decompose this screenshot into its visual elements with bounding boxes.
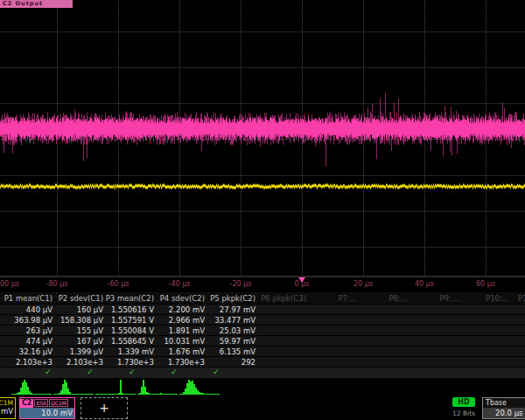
measurement-row: 32.16 µV1.399 µV1.339 mV1.676 mV6.135 mV xyxy=(0,346,525,356)
param-value: 1.676 mV xyxy=(156,347,205,356)
param-value: 2.103e+3 xyxy=(4,358,52,367)
param-value: 10.031 mV xyxy=(156,337,205,346)
time-axis: 00 µs-80 µs-60 µs-40 µs-20 µs0 µs20 µs40… xyxy=(0,276,525,293)
histicon xyxy=(137,378,178,395)
param-value: 155 µV xyxy=(54,326,103,335)
param-value: 1.557591 V xyxy=(105,316,154,325)
param-value: 32.16 µV xyxy=(4,347,52,356)
measurement-row: 363.98 µV158.308 µV1.557591 V2.966 mV33.… xyxy=(0,315,525,325)
measurement-header-row: P1 mean(C1)P2 sdev(C1)P3 mean(C2)P4 sdev… xyxy=(0,292,525,304)
c2-scale-value: 10.0 mV xyxy=(20,408,74,418)
param-value: 2.200 mV xyxy=(156,305,205,314)
channel-c2-descriptor[interactable]: C2 ESR DC1M 10.0 mV xyxy=(19,397,75,419)
param-header-inactive[interactable]: P6 pkpk(C3) xyxy=(257,294,306,304)
time-axis-label: -40 µs xyxy=(158,280,201,288)
param-value: 440 µV xyxy=(4,305,52,314)
param-value: 25.03 mV xyxy=(206,326,256,335)
c2-channel-badge: C2 xyxy=(20,399,33,408)
oscilloscope-screen: C2 Output 00 µs-80 µs-60 µs-40 µs-20 µs0… xyxy=(0,0,525,420)
param-value: 167 µV xyxy=(54,337,103,346)
histicon xyxy=(95,378,136,395)
histicon xyxy=(179,378,220,395)
param-value: 1.550084 V xyxy=(105,326,154,335)
param-value: 59.97 mV xyxy=(206,337,256,346)
status-check-icon: ✓ xyxy=(45,368,52,376)
param-header-inactive[interactable]: P10:... xyxy=(460,294,509,304)
hd-mode-badge[interactable]: HD xyxy=(452,397,475,407)
param-value: 27.97 mV xyxy=(206,305,256,314)
param-value: 158.308 µV xyxy=(54,316,103,325)
param-value: 1.550616 V xyxy=(105,305,154,314)
status-check-icon: ✓ xyxy=(213,368,220,376)
param-value: 363.98 µV xyxy=(4,316,52,325)
param-value: 1.891 mV xyxy=(156,326,205,335)
param-value: 1.730e+3 xyxy=(156,358,205,367)
measurement-row: 2.103e+32.103e+31.730e+31.730e+3292 xyxy=(0,357,525,367)
trigger-position-marker[interactable] xyxy=(298,277,305,283)
timebase-label: Tbase xyxy=(483,398,525,408)
histicon-row xyxy=(0,378,525,396)
time-axis-label: -80 µs xyxy=(35,280,79,288)
param-value: 263 µV xyxy=(4,326,52,335)
time-axis-label: 00 µs xyxy=(0,280,19,288)
c2-eres-tag: ESR xyxy=(34,399,48,407)
channel-c1-descriptor[interactable]: DC1M 0 mV xyxy=(0,397,16,419)
param-header-inactive[interactable]: P7:... xyxy=(308,294,357,304)
time-axis-label: 20 µs xyxy=(341,280,385,288)
trace-label-badge[interactable]: C2 Output xyxy=(0,0,73,8)
param-header-inactive[interactable]: P1 xyxy=(518,294,525,304)
param-value: 474 µV xyxy=(4,337,52,346)
status-check-row: ✓✓✓✓✓ xyxy=(0,368,525,378)
param-header[interactable]: P1 mean(C1) xyxy=(4,294,52,304)
measurement-row: 440 µV160 µV1.550616 V2.200 mV27.97 mV xyxy=(0,304,525,314)
measurement-row: 263 µV155 µV1.550084 V1.891 mV25.03 mV xyxy=(0,326,525,335)
param-value: 6.135 mV xyxy=(206,347,256,356)
bottom-bar: DC1M 0 mV C2 ESR DC1M 10.0 mV + HD 12 Bi… xyxy=(0,396,525,420)
param-header[interactable]: P2 sdev(C1) xyxy=(54,294,103,304)
c2-coupling-tag: DC1M xyxy=(49,399,68,407)
timebase-value: 20.0 µs xyxy=(483,408,525,418)
status-check-icon: ✓ xyxy=(171,368,178,376)
timebase-descriptor[interactable]: Tbase 20.0 µs xyxy=(482,397,525,419)
param-header-inactive[interactable]: P9:... xyxy=(410,294,458,304)
histicon xyxy=(11,378,52,395)
c1-scale-value: 0 mV xyxy=(0,407,15,416)
measurement-row: 474 µV167 µV1.558645 V10.031 mV59.97 mV xyxy=(0,336,525,346)
param-value: 292 xyxy=(206,358,256,367)
param-value: 2.103e+3 xyxy=(54,358,103,367)
param-header-inactive[interactable]: P8:... xyxy=(359,294,408,304)
param-value: 1.730e+3 xyxy=(105,358,154,367)
add-trace-button[interactable]: + xyxy=(80,397,128,419)
c1-coupling-label: DC1M xyxy=(0,398,15,407)
status-check-icon: ✓ xyxy=(129,368,136,376)
param-value: 2.966 mV xyxy=(156,316,205,325)
time-axis-label: 60 µs xyxy=(464,280,508,288)
time-axis-label: -20 µs xyxy=(219,280,262,288)
param-value: 1.339 mV xyxy=(105,347,154,356)
waveform-display[interactable] xyxy=(0,0,525,276)
time-axis-label: -60 µs xyxy=(96,280,140,288)
time-axis-label: 40 µs xyxy=(402,280,446,288)
histicon xyxy=(53,378,94,395)
param-value: 1.399 µV xyxy=(54,347,103,356)
param-header[interactable]: P3 mean(C2) xyxy=(105,294,154,304)
param-header[interactable]: P4 sdev(C2) xyxy=(156,294,205,304)
param-value: 1.558645 V xyxy=(105,337,154,346)
param-value: 33.477 mV xyxy=(206,316,256,325)
param-header[interactable]: P5 pkpk(C2) xyxy=(206,294,256,304)
param-value: 160 µV xyxy=(54,305,103,314)
status-check-icon: ✓ xyxy=(87,368,94,376)
hd-bits-label: 12 Bits xyxy=(452,410,475,417)
